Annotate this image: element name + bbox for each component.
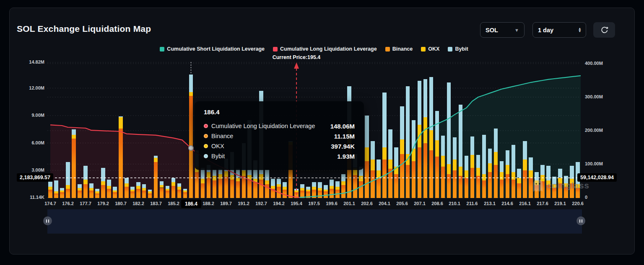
- x-axis-tick: 202.6: [357, 201, 377, 206]
- tooltip-series-value: 11.15M: [334, 133, 355, 140]
- tooltip-series-label: OKX: [211, 143, 224, 149]
- right-axis-tick: 300.00M: [585, 94, 603, 99]
- x-axis-tick: 211.6: [462, 201, 482, 206]
- range-handle-left[interactable]: [43, 216, 52, 225]
- range-scrollbar[interactable]: [47, 209, 582, 234]
- right-axis-tick: 200.00M: [585, 128, 603, 133]
- x-axis-tick: 174.7: [40, 201, 60, 206]
- right-axis-tick: 100.00M: [585, 161, 603, 166]
- x-axis-tick: 176.2: [58, 201, 78, 206]
- x-axis-tick: 220.6: [568, 201, 588, 206]
- tooltip-price: 186.4: [204, 108, 355, 116]
- x-axis-tick: 188.2: [198, 201, 218, 206]
- current-price-label: Current Price:195.4: [273, 54, 321, 60]
- x-axis-tick: 191.2: [234, 201, 254, 206]
- x-axis-tick: 194.2: [269, 201, 289, 206]
- x-axis-tick: 180.7: [111, 201, 131, 206]
- left-axis-tick: 12.00M: [15, 85, 44, 90]
- x-axis-tick: 179.2: [93, 201, 113, 206]
- left-axis-tick: 6.00M: [15, 140, 44, 145]
- tooltip-series-value: 397.94K: [331, 143, 355, 150]
- right-axis-value-pill: 59,142,028.94: [577, 173, 617, 182]
- tooltip-rows: Cumulative Long Liquidation Leverage148.…: [204, 121, 355, 161]
- x-axis-tick: 197.5: [304, 201, 324, 206]
- x-axis-tick: 201.1: [339, 201, 359, 206]
- tooltip-series-label: Binance: [211, 133, 233, 139]
- series-dot-icon: [204, 154, 208, 158]
- tooltip-row: Cumulative Long Liquidation Leverage148.…: [204, 121, 355, 131]
- x-axis-tick: 210.1: [444, 201, 465, 206]
- x-axis-tick: 192.7: [251, 201, 271, 206]
- chart-tooltip: 186.4 Cumulative Long Liquidation Levera…: [195, 101, 364, 170]
- x-axis-tick: 183.7: [146, 201, 166, 206]
- x-axis-tick: 204.1: [374, 201, 395, 206]
- left-axis-tick: 11.14K: [15, 195, 44, 200]
- tooltip-series-value: 1.93M: [337, 153, 355, 160]
- x-axis-tick: 217.6: [532, 201, 553, 206]
- x-axis-tick: 189.7: [216, 201, 236, 206]
- tooltip-row: Binance11.15M: [204, 131, 355, 141]
- left-axis-tick: 3.00M: [15, 167, 44, 172]
- range-handle-right[interactable]: [576, 216, 585, 225]
- x-axis-tick: 216.1: [515, 201, 535, 206]
- left-axis-tick: 9.00M: [15, 113, 44, 118]
- x-axis-tick: 199.6: [322, 201, 342, 206]
- series-dot-icon: [204, 124, 208, 128]
- hovered-x-label-pill: 186.4: [181, 200, 201, 208]
- x-axis-tick: 219.1: [550, 201, 570, 206]
- tooltip-series-value: 148.06M: [330, 123, 355, 130]
- x-axis-tick: 195.4: [286, 201, 306, 206]
- tooltip-series-label: Cumulative Long Liquidation Leverage: [211, 123, 315, 129]
- series-dot-icon: [204, 134, 208, 138]
- tooltip-series-label: Bybit: [211, 153, 225, 160]
- x-axis-tick: 182.2: [128, 201, 148, 206]
- x-axis-tick: 177.7: [75, 201, 96, 206]
- left-axis-tick: 14.82M: [15, 59, 44, 64]
- right-axis-tick: 400.00M: [585, 61, 603, 66]
- x-axis-tick: 185.2: [164, 201, 184, 206]
- right-axis-tick: 0: [585, 195, 587, 200]
- x-axis-tick: 214.6: [497, 201, 517, 206]
- x-axis-tick: 207.1: [410, 201, 430, 206]
- liquidation-map-screen: SOL Exchange Liquidation Map SOL ▼ 1 day…: [0, 0, 644, 265]
- tooltip-row: OKX397.94K: [204, 141, 355, 151]
- x-axis-tick: 205.6: [392, 201, 412, 206]
- series-dot-icon: [204, 144, 208, 148]
- x-axis-tick: 213.1: [480, 201, 500, 206]
- left-axis-value-pill: 2,183,869.57: [17, 173, 53, 182]
- tooltip-row: Bybit1.93M: [204, 151, 355, 161]
